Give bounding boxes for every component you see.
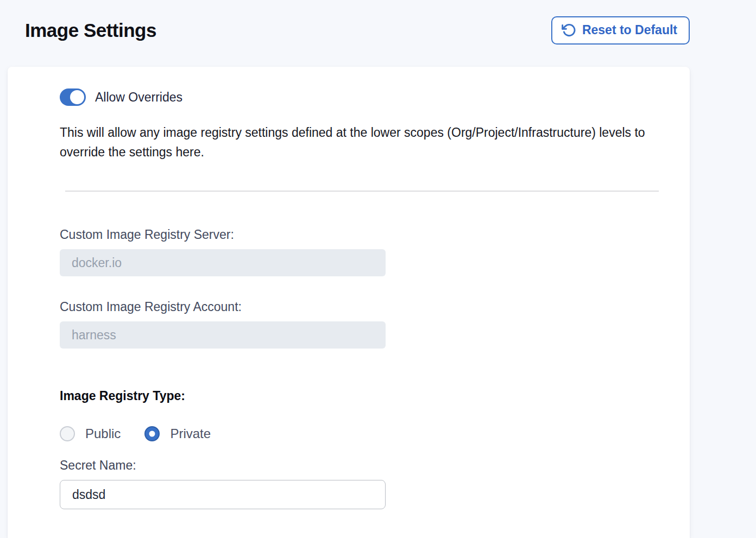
radio-option-private[interactable]: Private xyxy=(144,426,211,441)
registry-account-input[interactable] xyxy=(60,321,386,349)
toggle-knob xyxy=(70,90,84,104)
radio-circle-public[interactable] xyxy=(60,426,75,441)
registry-server-input[interactable] xyxy=(60,249,386,276)
allow-overrides-row: Allow Overrides xyxy=(60,88,690,106)
registry-type-radio-group: Public Private xyxy=(60,426,690,441)
radio-label-public: Public xyxy=(85,426,121,441)
radio-circle-private[interactable] xyxy=(144,426,160,441)
radio-label-private: Private xyxy=(170,426,211,441)
registry-account-label: Custom Image Registry Account: xyxy=(60,300,690,314)
reset-button-label: Reset to Default xyxy=(582,23,677,37)
reset-to-default-button[interactable]: Reset to Default xyxy=(551,16,690,45)
page-title: Image Settings xyxy=(25,20,156,41)
secret-name-input[interactable] xyxy=(60,480,386,509)
page-header: Image Settings Reset to Default xyxy=(25,14,690,47)
secret-name-label: Secret Name: xyxy=(60,458,690,473)
registry-server-label: Custom Image Registry Server: xyxy=(60,227,690,242)
registry-type-label: Image Registry Type: xyxy=(60,389,690,403)
allow-overrides-toggle[interactable] xyxy=(60,88,86,106)
section-divider xyxy=(65,191,659,192)
allow-overrides-label: Allow Overrides xyxy=(95,90,182,105)
image-settings-card: Allow Overrides This will allow any imag… xyxy=(8,67,690,538)
radio-option-public[interactable]: Public xyxy=(60,426,121,441)
overrides-description: This will allow any image registry setti… xyxy=(60,123,665,162)
reset-icon xyxy=(562,23,576,37)
